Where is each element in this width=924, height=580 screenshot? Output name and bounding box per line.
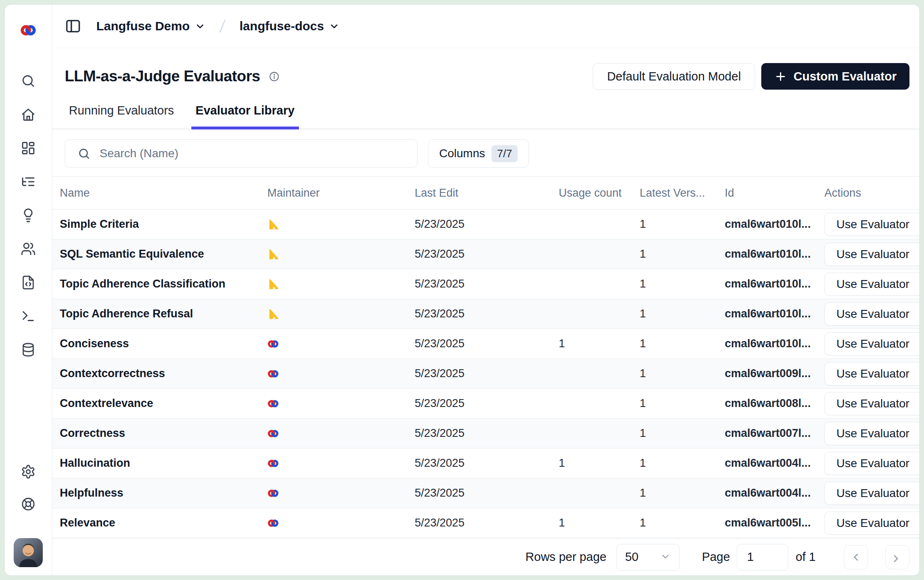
home-icon[interactable] [21, 107, 36, 122]
table-row[interactable]: Contextrelevance 5/23/2025 1 cmal6wart00… [52, 389, 919, 419]
table-row[interactable]: Topic Adherence Refusal 5/23/2025 1 cmal… [52, 299, 919, 329]
users-icon[interactable] [21, 241, 36, 256]
cell-last-edit: 5/23/2025 [415, 397, 559, 410]
table-row[interactable]: Helpfulness 5/23/2025 1 cmal6wart004l...… [52, 478, 919, 508]
table-row[interactable]: Simple Criteria 5/23/2025 1 cmal6wart010… [52, 210, 919, 239]
org-selector[interactable]: Langfuse Demo [96, 19, 190, 33]
langfuse-icon [267, 428, 279, 439]
table-row[interactable]: SQL Semantic Equivalence 5/23/2025 1 cma… [52, 239, 919, 269]
use-evaluator-button[interactable]: Use Evaluator [824, 482, 919, 505]
use-evaluator-button[interactable]: Use Evaluator [824, 213, 919, 236]
ragas-icon [267, 219, 279, 230]
lifebuoy-icon[interactable] [21, 497, 36, 512]
cell-latest-version: 1 [640, 427, 725, 440]
tab-running-evaluators[interactable]: Running Evaluators [65, 104, 178, 129]
plus-icon [774, 70, 787, 83]
use-evaluator-button[interactable]: Use Evaluator [824, 392, 919, 415]
table-row[interactable]: Contextcorrectness 5/23/2025 1 cmal6wart… [52, 359, 919, 389]
cell-id: cmal6wart010l... [725, 337, 824, 350]
cell-maintainer [267, 398, 415, 409]
cell-maintainer [267, 458, 415, 469]
use-evaluator-button[interactable]: Use Evaluator [824, 422, 919, 445]
chevron-down-icon[interactable] [195, 21, 205, 32]
use-evaluator-button[interactable]: Use Evaluator [824, 302, 919, 326]
langfuse-icon [267, 458, 279, 469]
info-icon[interactable] [269, 71, 280, 82]
cell-latest-version: 1 [640, 278, 725, 290]
column-header-usage-count: Usage count [559, 187, 640, 200]
cell-latest-version: 1 [640, 307, 725, 320]
cell-name: Conciseness [60, 337, 267, 350]
langfuse-icon [267, 368, 279, 380]
search-box[interactable] [65, 139, 418, 168]
cell-maintainer [267, 219, 415, 230]
cell-maintainer [267, 487, 415, 499]
use-evaluator-button[interactable]: Use Evaluator [824, 452, 919, 475]
cell-name: Simple Criteria [60, 218, 267, 231]
main-area: Langfuse Demo langfuse-docs LLM-as-a-Jud… [52, 5, 919, 575]
search-icon[interactable] [21, 73, 36, 88]
custom-evaluator-button[interactable]: Custom Evaluator [761, 63, 909, 90]
cell-last-edit: 5/23/2025 [415, 427, 559, 440]
use-evaluator-button[interactable]: Use Evaluator [824, 332, 919, 356]
terminal-icon[interactable] [21, 309, 36, 324]
cell-usage-count: 1 [559, 517, 640, 529]
tab-evaluator-library[interactable]: Evaluator Library [191, 104, 299, 129]
columns-count-badge: 7/7 [491, 145, 517, 162]
cell-latest-version: 1 [640, 248, 725, 261]
cell-id: cmal6wart008l... [725, 397, 824, 410]
use-evaluator-button[interactable]: Use Evaluator [824, 362, 919, 385]
previous-page-button[interactable] [844, 545, 868, 569]
database-icon[interactable] [21, 342, 36, 357]
project-selector[interactable]: langfuse-docs [240, 19, 324, 33]
user-avatar[interactable] [14, 538, 43, 567]
dashboard-icon[interactable] [21, 141, 36, 156]
columns-button[interactable]: Columns 7/7 [428, 139, 529, 168]
table-row[interactable]: Relevance 5/23/2025 1 1 cmal6wart005l...… [52, 508, 919, 538]
ragas-icon [267, 249, 279, 260]
lightbulb-icon[interactable] [21, 208, 36, 223]
sidebar-toggle-icon[interactable] [65, 18, 81, 34]
cell-id: cmal6wart010l... [725, 218, 824, 231]
cell-name: Correctness [60, 427, 267, 440]
page-of-label: of 1 [796, 550, 816, 564]
column-header-last-edit: Last Edit [415, 187, 559, 200]
default-evaluation-model-button[interactable]: Default Evaluation Model [593, 63, 755, 90]
table-row[interactable]: Hallucination 5/23/2025 1 1 cmal6wart004… [52, 448, 919, 478]
columns-label: Columns [439, 147, 485, 160]
cell-last-edit: 5/23/2025 [415, 517, 559, 529]
table-row[interactable]: Correctness 5/23/2025 1 cmal6wart007l...… [52, 419, 919, 448]
search-input[interactable] [100, 147, 417, 160]
cell-id: cmal6wart004l... [725, 457, 824, 470]
langfuse-icon [267, 398, 279, 409]
cell-latest-version: 1 [640, 457, 725, 470]
rows-per-page-label: Rows per page [526, 550, 606, 564]
page-title: LLM-as-a-Judge Evaluators [65, 68, 260, 85]
next-page-button[interactable] [885, 545, 909, 569]
cell-id: cmal6wart010l... [725, 278, 824, 290]
code-file-icon[interactable] [21, 275, 36, 290]
sidebar-nav [21, 73, 36, 357]
use-evaluator-button[interactable]: Use Evaluator [824, 243, 919, 266]
langfuse-icon [267, 517, 279, 529]
cell-id: cmal6wart005l... [725, 517, 824, 529]
custom-evaluator-label: Custom Evaluator [794, 70, 897, 83]
list-tree-icon[interactable] [21, 174, 36, 189]
chevron-right-icon [892, 551, 903, 563]
cell-maintainer [267, 368, 415, 380]
chevron-down-icon[interactable] [329, 21, 340, 32]
chevron-down-icon [660, 551, 671, 563]
cell-latest-version: 1 [640, 517, 725, 529]
use-evaluator-button[interactable]: Use Evaluator [824, 273, 919, 296]
toolbar: Columns 7/7 [52, 139, 919, 168]
gear-icon[interactable] [21, 464, 36, 479]
cell-last-edit: 5/23/2025 [415, 218, 559, 231]
table-row[interactable]: Topic Adherence Classification 5/23/2025… [52, 269, 919, 299]
cell-name: Topic Adherence Refusal [60, 307, 267, 320]
use-evaluator-button[interactable]: Use Evaluator [824, 512, 919, 535]
page-number-input[interactable] [737, 544, 788, 570]
table-row[interactable]: Conciseness 5/23/2025 1 1 cmal6wart010l.… [52, 329, 919, 359]
cell-id: cmal6wart010l... [725, 307, 824, 320]
chevron-left-icon [850, 551, 862, 563]
rows-per-page-select[interactable]: 50 [616, 544, 680, 570]
